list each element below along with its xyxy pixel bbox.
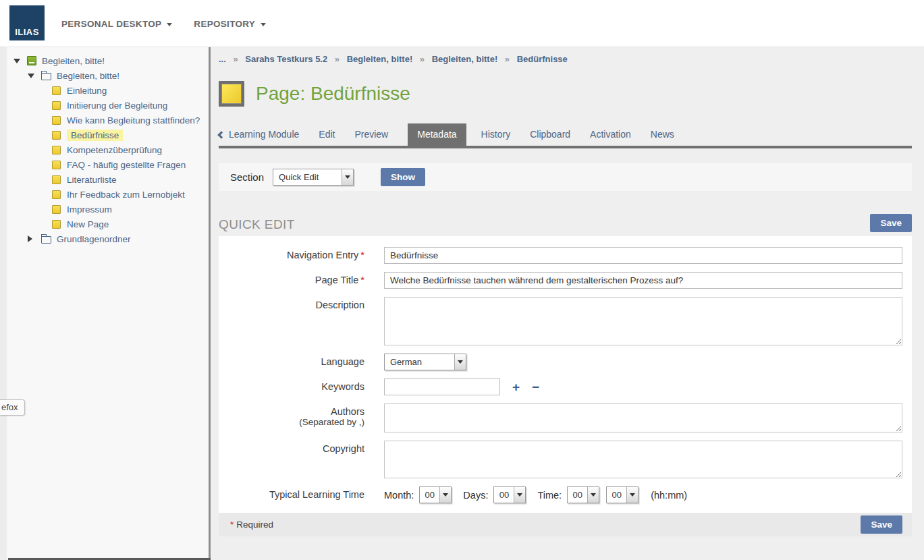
folder-icon <box>41 73 51 80</box>
section-bar: Section Quick Edit Show <box>219 163 912 191</box>
month-select[interactable]: 00 <box>419 486 452 503</box>
tab-news[interactable]: News <box>651 123 674 146</box>
tab-history[interactable]: History <box>481 123 511 146</box>
tree-item-label[interactable]: Wie kann Begleitung stattfinden? <box>67 115 200 125</box>
save-button-bottom[interactable]: Save <box>861 515 902 534</box>
month-label: Month: <box>384 490 414 501</box>
days-select[interactable]: 00 <box>493 486 526 503</box>
required-note: *Required <box>230 520 273 530</box>
top-menu: PERSONAL DESKTOP REPOSITORY <box>61 0 266 47</box>
page-icon <box>52 205 61 214</box>
language-select[interactable]: German <box>384 354 466 370</box>
section-label: Section <box>230 171 264 183</box>
authors-textarea[interactable] <box>384 403 902 432</box>
tree-item-label[interactable]: New Page <box>67 219 109 229</box>
tree-item-label[interactable]: Grundlagenordner <box>57 234 131 244</box>
form-row-navigation-entry: Navigation Entry* <box>219 247 902 264</box>
tab-underline <box>219 146 912 148</box>
breadcrumb-link[interactable]: Bedürfnisse <box>517 54 568 64</box>
required-asterisk: * <box>230 520 234 530</box>
tree-sidebar: Begleiten, bitte! Begleiten, bitte! Einl… <box>7 47 209 559</box>
keyword-remove-button[interactable]: − <box>532 380 539 395</box>
tree-item-label[interactable]: Einleitung <box>67 86 107 96</box>
tree-item-page[interactable]: Kompetenzüberprüfung <box>7 142 209 157</box>
menu-label: PERSONAL DESKTOP <box>61 19 161 29</box>
form-row-page-title: Page Title* <box>219 272 902 289</box>
tree-item-label[interactable]: Kompetenzüberprüfung <box>67 145 162 155</box>
ilias-logo[interactable]: ILIAS <box>9 5 45 40</box>
chevron-down-icon <box>167 23 172 26</box>
field-label: Description <box>219 297 384 345</box>
minutes-select[interactable]: 00 <box>606 486 638 503</box>
tab-edit[interactable]: Edit <box>319 123 335 146</box>
keywords-input[interactable] <box>384 379 500 395</box>
breadcrumb-separator: » <box>335 54 339 64</box>
expander-open-icon[interactable] <box>28 74 35 78</box>
form-row-copyright: Copyright <box>219 441 902 478</box>
learning-module-icon <box>27 56 36 65</box>
field-label: Language <box>219 354 384 370</box>
page-icon <box>52 101 61 110</box>
keyword-add-button[interactable]: + <box>512 380 520 395</box>
page-title-input[interactable] <box>384 272 902 289</box>
breadcrumb-separator: » <box>233 54 238 64</box>
breadcrumb-link[interactable]: ... <box>219 54 226 64</box>
chevron-down-icon <box>261 23 266 26</box>
tree-item-page[interactable]: Literaturliste <box>7 172 209 187</box>
page-icon <box>52 146 61 155</box>
show-button[interactable]: Show <box>381 168 425 186</box>
navigation-entry-input[interactable] <box>384 247 902 264</box>
tree-item-label[interactable]: Impressum <box>67 204 112 215</box>
copyright-textarea[interactable] <box>384 441 902 478</box>
menu-label: REPOSITORY <box>194 19 255 29</box>
menu-personal-desktop[interactable]: PERSONAL DESKTOP <box>61 19 172 29</box>
tree-item-label[interactable]: Initiierung der Begleitung <box>67 101 167 111</box>
hours-select[interactable]: 00 <box>567 486 599 503</box>
tree-item-label[interactable]: Begleiten, bitte! <box>57 71 119 81</box>
tree-item-page[interactable]: Impressum <box>7 202 209 217</box>
page-icon <box>52 161 61 169</box>
page-icon <box>52 86 61 95</box>
tree-item-page[interactable]: FAQ - häufig gestellte Fragen <box>7 157 209 172</box>
expander-open-icon[interactable] <box>13 59 21 63</box>
tree-item-folder-collapsed[interactable]: Grundlagenordner <box>7 231 209 246</box>
form-row-learning-time: Typical Learning Time Month: 00 Days: 00… <box>219 486 902 503</box>
tree-item-page[interactable]: New Page <box>7 217 209 231</box>
tree-item-label[interactable]: Literaturliste <box>67 175 117 185</box>
tree-item-page-selected[interactable]: Bedürfnisse <box>7 128 209 142</box>
tree-item-label[interactable]: Begleiten, bitte! <box>42 56 105 66</box>
tab-preview[interactable]: Preview <box>354 123 388 146</box>
select-arrow-icon <box>342 169 353 185</box>
description-textarea[interactable] <box>384 297 902 345</box>
folder-icon <box>41 236 51 244</box>
tab-metadata[interactable]: Metadata <box>408 123 466 146</box>
save-button-top[interactable]: Save <box>870 214 912 232</box>
days-label: Days: <box>463 490 488 501</box>
tree-item-page[interactable]: Ihr Feedback zum Lernobjekt <box>7 187 209 202</box>
tree-item-root[interactable]: Begleiten, bitte! <box>7 53 209 68</box>
breadcrumb-link[interactable]: Sarahs Testkurs 5.2 <box>245 54 327 64</box>
page-icon <box>52 220 61 229</box>
tree-item-label[interactable]: FAQ - häufig gestellte Fragen <box>67 160 186 170</box>
breadcrumb-link[interactable]: Begleiten, bitte! <box>347 54 413 64</box>
section-select[interactable]: Quick Edit <box>273 169 354 186</box>
menu-repository[interactable]: REPOSITORY <box>194 19 266 29</box>
time-format-hint: (hh:mm) <box>651 490 687 501</box>
tab-activation[interactable]: Activation <box>590 123 631 146</box>
quick-edit-heading: QUICK EDIT <box>219 217 295 232</box>
expander-collapsed-icon[interactable] <box>28 235 35 242</box>
tab-clipboard[interactable]: Clipboard <box>530 123 570 146</box>
breadcrumb-separator: » <box>420 54 425 64</box>
required-asterisk: * <box>360 275 364 285</box>
field-label: Keywords <box>219 379 384 395</box>
form-row-language: Language German <box>219 354 902 370</box>
tree-item-chapter[interactable]: Begleiten, bitte! <box>7 68 209 83</box>
tree-item-label[interactable]: Ihr Feedback zum Lernobjekt <box>67 190 185 200</box>
tree-item-page[interactable]: Initiierung der Begleitung <box>7 98 209 113</box>
tree-item-label[interactable]: Bedürfnisse <box>67 130 123 141</box>
tab-back-learning-module[interactable]: Learning Module <box>219 123 299 146</box>
tree-item-page[interactable]: Wie kann Begleitung stattfinden? <box>7 113 209 128</box>
breadcrumb-link[interactable]: Begleiten, bitte! <box>432 54 498 64</box>
tree-item-page[interactable]: Einleitung <box>7 83 209 98</box>
form-row-keywords: Keywords + − <box>219 379 902 395</box>
